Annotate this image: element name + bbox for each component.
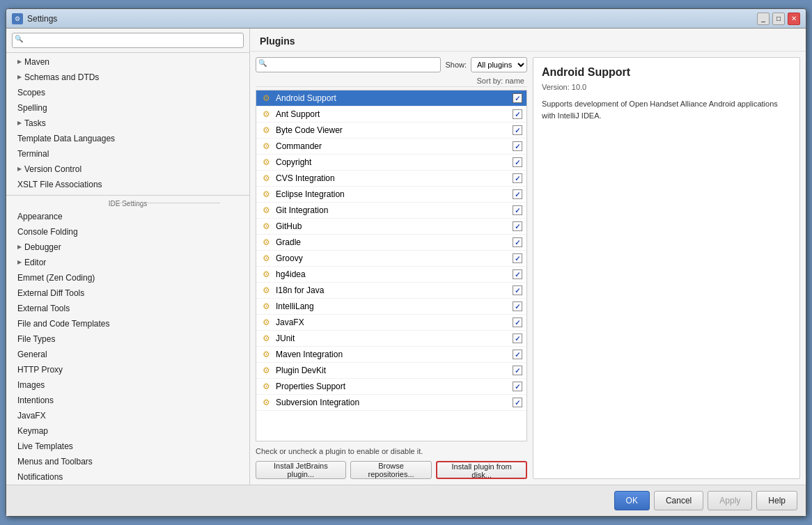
plugin-checkbox[interactable] bbox=[513, 350, 522, 359]
sidebar-item-general[interactable]: General bbox=[6, 347, 249, 362]
plugin-icon: ⚙ bbox=[260, 157, 272, 168]
sidebar-item-debugger[interactable]: Debugger bbox=[6, 240, 249, 255]
sidebar-item-javafx[interactable]: JavaFX bbox=[6, 408, 249, 423]
sidebar-item-terminal[interactable]: Terminal bbox=[6, 146, 249, 162]
plugin-row[interactable]: ⚙Maven Integration bbox=[256, 347, 526, 363]
plugin-row[interactable]: ⚙IntelliLang bbox=[256, 299, 526, 315]
plugin-checkbox[interactable] bbox=[513, 253, 522, 263]
plugin-checkbox[interactable] bbox=[513, 93, 522, 103]
show-dropdown[interactable]: All plugins Enabled Disabled Bundled Cus… bbox=[471, 57, 527, 72]
plugin-checkbox[interactable] bbox=[513, 109, 522, 119]
plugin-icon: ⚙ bbox=[260, 365, 272, 376]
sidebar-item-editor[interactable]: Editor bbox=[6, 255, 249, 270]
sidebar-item-external-tools[interactable]: External Tools bbox=[6, 301, 249, 316]
plugin-icon: ⚙ bbox=[260, 141, 272, 152]
plugins-toolbar: Show: All plugins Enabled Disabled Bundl… bbox=[256, 57, 527, 72]
sidebar-item-notifications[interactable]: Notifications bbox=[6, 469, 249, 485]
ok-button[interactable]: OK bbox=[614, 491, 650, 510]
plugin-search-input[interactable] bbox=[256, 57, 441, 72]
sidebar-item-file-code-templates[interactable]: File and Code Templates bbox=[6, 316, 249, 331]
plugin-row[interactable]: ⚙Subversion Integration bbox=[256, 395, 526, 411]
sidebar-item-maven[interactable]: Maven bbox=[6, 54, 249, 70]
browse-repos-button[interactable]: Browse repositories... bbox=[350, 461, 432, 479]
plugin-list: ⚙Android Support⚙Ant Support⚙Byte Code V… bbox=[256, 90, 527, 441]
plugin-checkbox[interactable] bbox=[513, 334, 522, 343]
plugin-checkbox[interactable] bbox=[513, 318, 522, 327]
plugin-row[interactable]: ⚙Groovy bbox=[256, 251, 526, 267]
plugin-row[interactable]: ⚙Gradle bbox=[256, 235, 526, 251]
sidebar-item-http-proxy[interactable]: HTTP Proxy bbox=[6, 362, 249, 377]
plugin-row[interactable]: ⚙CVS Integration bbox=[256, 171, 526, 187]
sort-label[interactable]: Sort by: name bbox=[477, 77, 524, 85]
plugin-name: Groovy bbox=[276, 253, 513, 263]
plugin-icon: ⚙ bbox=[260, 237, 272, 248]
plugin-row[interactable]: ⚙JavaFX bbox=[256, 315, 526, 331]
plugin-checkbox[interactable] bbox=[513, 398, 522, 407]
install-disk-button[interactable]: Install plugin from disk... bbox=[436, 461, 527, 479]
plugin-checkbox[interactable] bbox=[513, 157, 522, 167]
plugin-row[interactable]: ⚙Android Support bbox=[256, 91, 526, 107]
plugin-checkbox[interactable] bbox=[513, 205, 522, 215]
sidebar-item-schemas-dtds[interactable]: Schemas and DTDs bbox=[6, 70, 249, 85]
plugin-checkbox[interactable] bbox=[513, 285, 522, 295]
plugin-checkbox[interactable] bbox=[513, 382, 522, 391]
sidebar-item-template-data-languages[interactable]: Template Data Languages bbox=[6, 131, 249, 146]
help-button[interactable]: Help bbox=[756, 491, 797, 510]
sidebar-item-version-control[interactable]: Version Control bbox=[6, 162, 249, 177]
plugins-hint: Check or uncheck a plugin to enable or d… bbox=[256, 444, 527, 458]
plugin-row[interactable]: ⚙Byte Code Viewer bbox=[256, 123, 526, 139]
plugin-checkbox[interactable] bbox=[513, 366, 522, 375]
apply-button[interactable]: Apply bbox=[708, 491, 752, 510]
sidebar-item-appearance[interactable]: Appearance bbox=[6, 209, 249, 224]
plugin-checkbox[interactable] bbox=[513, 269, 522, 279]
plugin-checkbox[interactable] bbox=[513, 141, 522, 151]
plugin-row[interactable]: ⚙Properties Support bbox=[256, 379, 526, 395]
plugin-icon: ⚙ bbox=[260, 349, 272, 360]
sidebar-item-console-folding[interactable]: Console Folding bbox=[6, 224, 249, 240]
plugin-checkbox[interactable] bbox=[513, 221, 522, 231]
sidebar-item-tasks[interactable]: Tasks bbox=[6, 116, 249, 131]
sidebar-item-intentions[interactable]: Intentions bbox=[6, 393, 249, 408]
plugin-row[interactable]: ⚙Plugin DevKit bbox=[256, 363, 526, 379]
sidebar-item-external-diff-tools[interactable]: External Diff Tools bbox=[6, 285, 249, 301]
plugin-checkbox[interactable] bbox=[513, 237, 522, 247]
cancel-button[interactable]: Cancel bbox=[654, 491, 703, 510]
sidebar-item-scopes[interactable]: Scopes bbox=[6, 85, 249, 100]
plugin-row[interactable]: ⚙Git Integration bbox=[256, 203, 526, 219]
sidebar-item-menus-toolbars[interactable]: Menus and Toolbars bbox=[6, 454, 249, 469]
plugin-checkbox[interactable] bbox=[513, 189, 522, 199]
plugin-icon: ⚙ bbox=[260, 301, 272, 312]
maximize-button[interactable]: □ bbox=[772, 13, 785, 25]
plugin-row[interactable]: ⚙Copyright bbox=[256, 155, 526, 171]
plugin-row[interactable]: ⚙Commander bbox=[256, 139, 526, 155]
plugin-icon: ⚙ bbox=[260, 397, 272, 408]
plugin-row[interactable]: ⚙JUnit bbox=[256, 331, 526, 347]
plugin-name: JavaFX bbox=[276, 318, 513, 327]
sidebar-item-live-templates[interactable]: Live Templates bbox=[6, 439, 249, 454]
detail-version: Version: 10.0 bbox=[542, 83, 791, 91]
plugin-row[interactable]: ⚙Ant Support bbox=[256, 107, 526, 123]
plugin-row[interactable]: ⚙Eclipse Integration bbox=[256, 187, 526, 203]
minimize-button[interactable]: _ bbox=[757, 13, 770, 25]
plugins-body: Show: All plugins Enabled Disabled Bundl… bbox=[250, 52, 806, 485]
plugin-row[interactable]: ⚙hg4idea bbox=[256, 267, 526, 283]
sidebar-item-spelling[interactable]: Spelling bbox=[6, 100, 249, 116]
close-button[interactable]: ✕ bbox=[788, 13, 800, 25]
plugin-name: I18n for Java bbox=[276, 285, 513, 295]
plugin-row[interactable]: ⚙GitHub bbox=[256, 219, 526, 235]
plugin-name: Byte Code Viewer bbox=[276, 125, 513, 135]
plugin-checkbox[interactable] bbox=[513, 173, 522, 183]
plugin-icon: ⚙ bbox=[260, 333, 272, 344]
sidebar-item-file-types[interactable]: File Types bbox=[6, 331, 249, 347]
sidebar-list: Maven Schemas and DTDs Scopes Spelling T… bbox=[6, 53, 249, 485]
install-jetbrains-button[interactable]: Install JetBrains plugin... bbox=[256, 461, 346, 479]
plugin-checkbox[interactable] bbox=[513, 125, 522, 135]
plugin-checkbox[interactable] bbox=[513, 301, 522, 311]
plugin-row[interactable]: ⚙I18n for Java bbox=[256, 283, 526, 299]
sidebar-search-input[interactable] bbox=[12, 33, 244, 48]
sidebar-item-emmet[interactable]: Emmet (Zen Coding) bbox=[6, 270, 249, 285]
sidebar-item-images[interactable]: Images bbox=[6, 377, 249, 393]
sidebar-item-xslt-file-associations[interactable]: XSLT File Associations bbox=[6, 177, 249, 192]
sidebar-item-keymap[interactable]: Keymap bbox=[6, 423, 249, 439]
plugin-name: Maven Integration bbox=[276, 350, 513, 359]
